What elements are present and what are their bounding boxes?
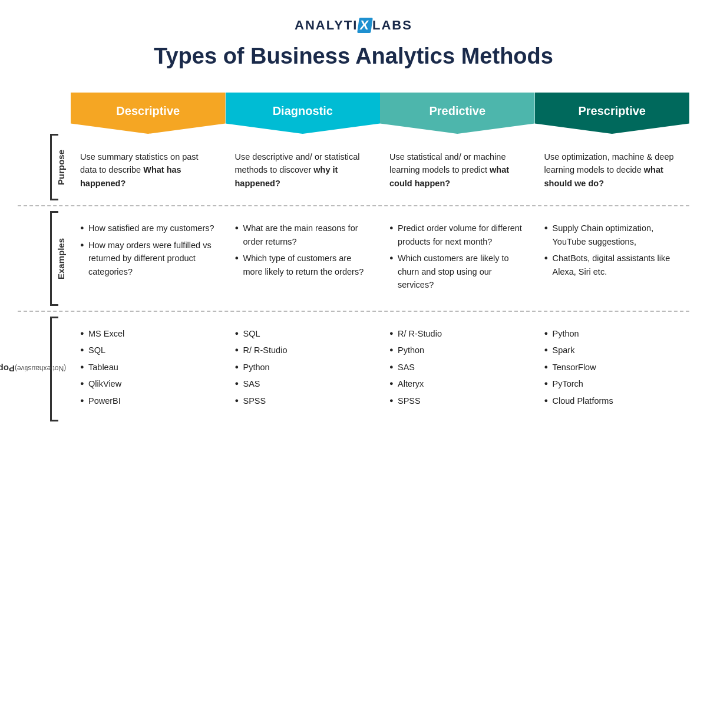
list-item: Cloud Platforms: [544, 394, 680, 407]
badge-prescriptive-label: Prescriptive: [578, 104, 646, 118]
list-item: MS Excel: [80, 327, 216, 340]
list-item: SPSS: [389, 394, 526, 407]
list-item: PyTorch: [544, 377, 680, 390]
list-item: Which customers are likely to churn and …: [389, 252, 526, 291]
tools-label-cell: Popular Tools (Not exhaustive): [18, 317, 71, 421]
purpose-label-cell: Purpose: [18, 134, 71, 200]
page-title: Types of Business Analytics Methods: [154, 44, 553, 69]
list-item: How satisfied are my customers?: [80, 222, 216, 235]
tools-descriptive-cell: MS Excel SQL Tableau QlikView PowerBI: [71, 317, 226, 421]
list-item: Which type of customers are more likely …: [235, 252, 371, 278]
tools-diagnostic-cell: SQL R/ R-Studio Python SAS SPSS: [226, 317, 381, 421]
list-item: SPSS: [235, 394, 371, 407]
examples-row: Examples How satisfied are my customers?…: [18, 205, 689, 305]
examples-label: Examples: [56, 238, 66, 279]
list-item: Python: [235, 361, 371, 374]
list-item: QlikView: [80, 377, 216, 390]
list-item: Python: [544, 327, 680, 340]
badge-descriptive: Descriptive: [71, 93, 226, 134]
purpose-descriptive-cell: Use summary statistics on past data to d…: [71, 134, 226, 200]
logo-prefix: ANALYTI: [295, 18, 358, 32]
logo-text: ANALYTIXLABS: [295, 18, 412, 33]
examples-prescriptive-cell: Supply Chain optimization, YouTube sugge…: [535, 211, 690, 305]
list-item: How may orders were fulfilled vs returne…: [80, 239, 216, 278]
header-prescriptive: Prescriptive: [535, 93, 690, 134]
list-item: PowerBI: [80, 394, 216, 407]
purpose-label: Purpose: [56, 150, 66, 185]
tools-predictive-cell: R/ R-Studio Python SAS Alteryx SPSS: [380, 317, 535, 421]
tools-label: Popular Tools: [0, 364, 15, 374]
logo: ANALYTIXLABS: [295, 18, 412, 33]
badge-predictive: Predictive: [380, 93, 535, 134]
header-diagnostic: Diagnostic: [226, 93, 381, 134]
list-item: Tableau: [80, 361, 216, 374]
analytics-table: Descriptive Diagnostic Predictive Prescr…: [18, 93, 689, 421]
list-item: Predict order volume for different produ…: [389, 222, 526, 248]
badge-diagnostic-label: Diagnostic: [273, 104, 333, 118]
purpose-predictive-cell: Use statistical and/ or machine learning…: [380, 134, 535, 200]
tools-label-small: (Not exhaustive): [15, 364, 66, 373]
tools-row: Popular Tools (Not exhaustive) MS Excel …: [18, 311, 689, 421]
purpose-prescriptive-cell: Use optimization, machine & deep learnin…: [535, 134, 690, 200]
list-item: Supply Chain optimization, YouTube sugge…: [544, 222, 680, 248]
list-item: SQL: [235, 327, 371, 340]
list-item: ChatBots, digital assistants like Alexa,…: [544, 252, 680, 278]
examples-diagnostic-cell: What are the main reasons for order retu…: [226, 211, 381, 305]
badge-descriptive-label: Descriptive: [116, 104, 180, 118]
list-item: What are the main reasons for order retu…: [235, 222, 371, 248]
list-item: Python: [389, 344, 526, 357]
badge-diagnostic: Diagnostic: [226, 93, 381, 134]
list-item: Alteryx: [389, 377, 526, 390]
tools-prescriptive-cell: Python Spark TensorFlow PyTorch Cloud Pl…: [535, 317, 690, 421]
list-item: SAS: [389, 361, 526, 374]
list-item: SAS: [235, 377, 371, 390]
header-spacer: [18, 93, 71, 134]
badge-predictive-label: Predictive: [429, 104, 485, 118]
list-item: SQL: [80, 344, 216, 357]
header-predictive: Predictive: [380, 93, 535, 134]
examples-predictive-cell: Predict order volume for different produ…: [380, 211, 535, 305]
logo-x: X: [358, 18, 373, 33]
examples-descriptive-cell: How satisfied are my customers? How may …: [71, 211, 226, 305]
logo-suffix: LABS: [372, 18, 412, 32]
badge-prescriptive: Prescriptive: [535, 93, 690, 134]
list-item: Spark: [544, 344, 680, 357]
header-descriptive: Descriptive: [71, 93, 226, 134]
purpose-row: Purpose Use summary statistics on past d…: [18, 134, 689, 200]
headers-row: Descriptive Diagnostic Predictive Prescr…: [18, 93, 689, 134]
list-item: TensorFlow: [544, 361, 680, 374]
examples-label-cell: Examples: [18, 211, 71, 305]
purpose-diagnostic-cell: Use descriptive and/ or statistical meth…: [226, 134, 381, 200]
list-item: R/ R-Studio: [235, 344, 371, 357]
list-item: R/ R-Studio: [389, 327, 526, 340]
